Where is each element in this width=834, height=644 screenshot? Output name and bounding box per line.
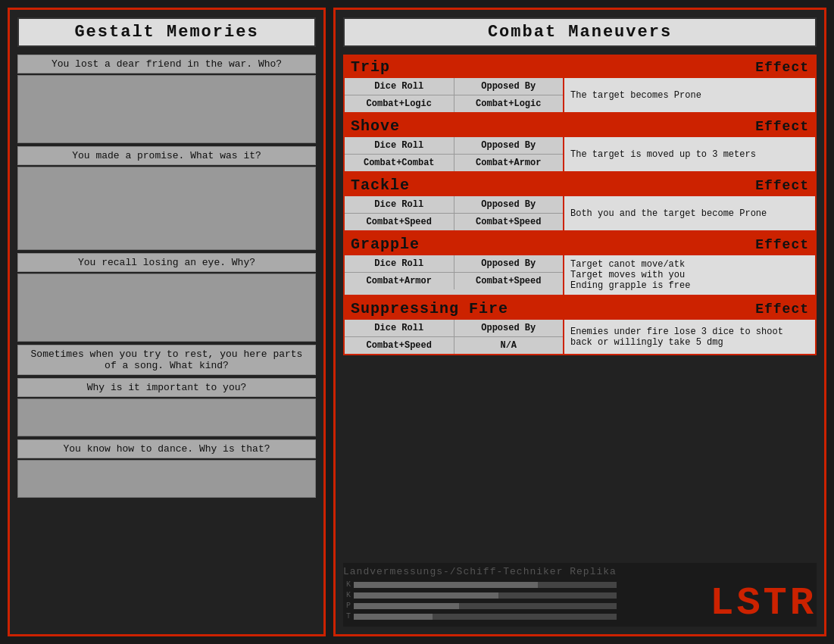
memory-textarea-1[interactable] <box>17 167 316 250</box>
memory-textarea-4[interactable] <box>17 399 316 436</box>
maneuver-block-0: TripEffectDice RollOpposed ByCombat+Logi… <box>343 55 817 114</box>
memory-textarea-0[interactable] <box>17 75 316 143</box>
footer-bar-track-1 <box>354 592 617 599</box>
maneuver-table-header-row-4: Dice RollOpposed By <box>345 320 563 337</box>
footer-bar-row-3: T <box>343 612 617 621</box>
maneuver-header-4: Suppressing FireEffect <box>345 298 815 320</box>
memory-textarea-5[interactable] <box>17 460 316 498</box>
memory-prompt-1: You made a promise. What was it? <box>17 146 316 165</box>
maneuver-dice-roll-value-3: Combat+Armor <box>345 273 454 289</box>
maneuver-dice-roll-value-0: Combat+Logic <box>345 95 454 112</box>
maneuver-opposed-by-value-4: N/A <box>454 337 564 354</box>
maneuver-table-1: Dice RollOpposed ByCombat+CombatCombat+A… <box>345 137 564 171</box>
maneuver-body-3: Dice RollOpposed ByCombat+ArmorCombat+Sp… <box>345 255 815 295</box>
maneuver-block-1: ShoveEffectDice RollOpposed ByCombat+Com… <box>343 114 817 173</box>
maneuver-table-header-row-2: Dice RollOpposed By <box>345 196 563 214</box>
footer-bar-track-2 <box>354 603 617 609</box>
maneuver-opposed-by-value-3: Combat+Speed <box>454 273 564 289</box>
maneuver-name-4: Suppressing Fire <box>351 300 508 317</box>
footer-bar-row-0: K <box>343 580 617 589</box>
maneuver-dice-roll-value-4: Combat+Speed <box>345 337 454 354</box>
maneuver-effect-text-2: Both you and the target become Prone <box>564 196 815 230</box>
memory-prompt-3: Sometimes when you try to rest, you here… <box>17 345 316 375</box>
maneuver-block-2: TackleEffectDice RollOpposed ByCombat+Sp… <box>343 173 817 232</box>
footer-bar-track-0 <box>354 582 617 588</box>
maneuver-effect-text-3: Target canot move/atk Target moves with … <box>564 255 815 295</box>
footer-bar-label-0: K <box>343 580 351 589</box>
maneuvers-container: TripEffectDice RollOpposed ByCombat+Logi… <box>343 55 817 355</box>
footer-section: Landvermessungs-/Schiff-Techniker Replik… <box>343 563 817 627</box>
maneuver-dice-roll-label-0: Dice Roll <box>345 78 454 95</box>
memory-block-2: You recall losing an eye. Why? <box>17 253 316 342</box>
footer-bar-row-1: K <box>343 591 617 599</box>
memory-block-3: Sometimes when you try to rest, you here… <box>17 345 316 375</box>
maneuver-dice-roll-label-1: Dice Roll <box>345 137 454 154</box>
footer-bar-row-2: P <box>343 602 617 610</box>
maneuver-table-value-row-0: Combat+LogicCombat+Logic <box>345 95 563 112</box>
maneuver-block-4: Suppressing FireEffectDice RollOpposed B… <box>343 296 817 355</box>
maneuver-opposed-by-label-2: Opposed By <box>454 196 564 213</box>
memories-container: You lost a dear friend in the war. Who?Y… <box>17 55 316 501</box>
memory-textarea-2[interactable] <box>17 274 316 342</box>
maneuver-body-1: Dice RollOpposed ByCombat+CombatCombat+A… <box>345 137 815 171</box>
memory-prompt-4: Why is it important to you? <box>17 378 316 397</box>
maneuver-opposed-by-label-4: Opposed By <box>454 320 564 336</box>
footer-bar-fill-3 <box>354 614 433 620</box>
maneuver-opposed-by-label-0: Opposed By <box>454 78 564 95</box>
memory-prompt-5: You know how to dance. Why is that? <box>17 439 316 458</box>
memory-prompt-0: You lost a dear friend in the war. Who? <box>17 55 316 73</box>
left-panel: Gestalt Memories You lost a dear friend … <box>8 8 326 636</box>
maneuver-block-3: GrappleEffectDice RollOpposed ByCombat+A… <box>343 232 817 296</box>
footer-bar-fill-2 <box>354 603 459 609</box>
maneuver-effect-label-3: Effect <box>755 237 809 252</box>
maneuver-table-header-row-1: Dice RollOpposed By <box>345 137 563 155</box>
maneuver-table-0: Dice RollOpposed ByCombat+LogicCombat+Lo… <box>345 78 564 112</box>
maneuver-header-1: ShoveEffect <box>345 115 815 137</box>
maneuver-header-0: TripEffect <box>345 56 815 78</box>
footer-bars: KKPT <box>343 580 617 621</box>
maneuver-table-value-row-4: Combat+SpeedN/A <box>345 337 563 354</box>
maneuver-effect-text-4: Enemies under fire lose 3 dice to shoot … <box>564 320 815 354</box>
maneuver-table-3: Dice RollOpposed ByCombat+ArmorCombat+Sp… <box>345 255 564 295</box>
maneuver-effect-label-2: Effect <box>755 178 809 193</box>
maneuver-dice-roll-label-3: Dice Roll <box>345 255 454 272</box>
maneuver-dice-roll-label-2: Dice Roll <box>345 196 454 213</box>
footer-bar-fill-0 <box>354 582 538 588</box>
memory-block-1: You made a promise. What was it? <box>17 146 316 250</box>
maneuver-table-header-row-0: Dice RollOpposed By <box>345 78 563 95</box>
maneuver-dice-roll-value-1: Combat+Combat <box>345 155 454 171</box>
maneuver-effect-label-0: Effect <box>755 60 809 75</box>
maneuver-table-value-row-2: Combat+SpeedCombat+Speed <box>345 214 563 230</box>
maneuver-name-3: Grapple <box>351 236 420 253</box>
footer-bottom: Landvermessungs-/Schiff-Techniker Replik… <box>343 566 817 624</box>
memory-prompt-2: You recall losing an eye. Why? <box>17 253 316 272</box>
maneuver-name-1: Shove <box>351 117 400 135</box>
maneuver-name-2: Tackle <box>351 177 410 194</box>
maneuver-effect-label-1: Effect <box>755 119 809 134</box>
maneuver-opposed-by-label-3: Opposed By <box>454 255 564 272</box>
maneuver-table-header-row-3: Dice RollOpposed By <box>345 255 563 273</box>
footer-bar-fill-1 <box>354 592 498 599</box>
maneuver-body-0: Dice RollOpposed ByCombat+LogicCombat+Lo… <box>345 78 815 112</box>
footer-bar-track-3 <box>354 614 617 620</box>
maneuver-opposed-by-value-0: Combat+Logic <box>454 95 564 112</box>
maneuver-dice-roll-label-4: Dice Roll <box>345 320 454 336</box>
maneuver-name-0: Trip <box>351 58 390 76</box>
maneuver-table-value-row-3: Combat+ArmorCombat+Speed <box>345 273 563 289</box>
memory-block-0: You lost a dear friend in the war. Who? <box>17 55 316 143</box>
memory-block-5: You know how to dance. Why is that? <box>17 439 316 498</box>
maneuver-header-3: GrappleEffect <box>345 233 815 255</box>
footer-bar-label-2: P <box>343 602 351 610</box>
maneuver-table-4: Dice RollOpposed ByCombat+SpeedN/A <box>345 320 564 354</box>
footer-bar-label-3: T <box>343 612 351 621</box>
footer-left: Landvermessungs-/Schiff-Techniker Replik… <box>343 566 617 624</box>
maneuver-body-4: Dice RollOpposed ByCombat+SpeedN/AEnemie… <box>345 320 815 354</box>
maneuver-dice-roll-value-2: Combat+Speed <box>345 214 454 230</box>
footer-logo: LSTR <box>710 584 817 624</box>
maneuver-header-2: TackleEffect <box>345 174 815 196</box>
maneuver-opposed-by-value-2: Combat+Speed <box>454 214 564 230</box>
maneuver-opposed-by-label-1: Opposed By <box>454 137 564 154</box>
maneuver-effect-label-4: Effect <box>755 302 809 317</box>
maneuver-opposed-by-value-1: Combat+Armor <box>454 155 564 171</box>
memory-block-4: Why is it important to you? <box>17 378 316 436</box>
